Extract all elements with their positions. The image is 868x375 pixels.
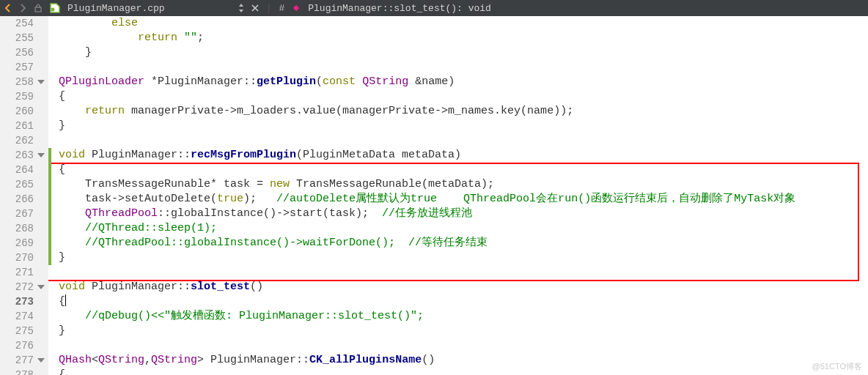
- gutter-line[interactable]: 258: [6, 75, 34, 89]
- code-line[interactable]: QThreadPool::globalInstance()->start(tas…: [59, 207, 868, 221]
- fold-marker-icon[interactable]: [37, 153, 45, 157]
- code-line[interactable]: //QThread::sleep(1);: [59, 221, 868, 236]
- fold-column[interactable]: [37, 16, 48, 375]
- gutter-line[interactable]: 262: [6, 133, 34, 148]
- code-line[interactable]: QHash<QString,QString> PluginManager::CK…: [59, 353, 868, 368]
- code-line[interactable]: void PluginManager::slot_test(): [59, 280, 868, 294]
- splitview-icon[interactable]: [238, 3, 244, 13]
- gutter-line[interactable]: 272: [6, 280, 34, 294]
- nav-back-icon[interactable]: [4, 4, 12, 12]
- watermark: @51CTO博客: [812, 361, 862, 372]
- gutter-line[interactable]: 273: [6, 294, 34, 309]
- code-line[interactable]: }: [59, 45, 868, 60]
- code-line[interactable]: {: [59, 89, 868, 104]
- gutter-line[interactable]: 278: [6, 368, 34, 375]
- lock-icon[interactable]: [34, 4, 43, 12]
- code-line[interactable]: return "";: [59, 31, 868, 45]
- code-line[interactable]: }: [59, 324, 868, 338]
- nav-forward-icon[interactable]: [19, 4, 26, 12]
- gutter-line[interactable]: 269: [6, 236, 34, 250]
- toolbar-breadcrumb[interactable]: PluginManager::slot_test(): void: [308, 3, 491, 14]
- breadcrumb-icon: [292, 4, 301, 12]
- toolbar-hash[interactable]: #: [279, 3, 284, 14]
- fold-marker-icon[interactable]: [37, 358, 45, 363]
- code-line[interactable]: task->setAutoDelete(true); //autoDelete属…: [59, 192, 868, 207]
- gutter-line[interactable]: 259: [6, 89, 34, 104]
- close-icon[interactable]: [251, 4, 259, 12]
- editor: 2542552562572582592602612622632642652662…: [0, 16, 868, 375]
- toolbar-filename[interactable]: PluginManager.cpp: [67, 3, 165, 14]
- gutter-line[interactable]: 265: [6, 177, 34, 192]
- code-line[interactable]: [59, 265, 868, 280]
- code-line[interactable]: return managerPrivate->m_loaders.value(m…: [59, 104, 868, 119]
- toolbar: PluginManager.cpp | # PluginManager::slo…: [0, 0, 868, 16]
- code-line[interactable]: TransMessageRunable* task = new TransMes…: [59, 177, 868, 192]
- code-line[interactable]: {: [59, 163, 868, 177]
- code-line[interactable]: }: [59, 119, 868, 133]
- gutter-line[interactable]: 274: [6, 309, 34, 324]
- svg-point-1: [51, 8, 55, 12]
- change-bar: [48, 148, 51, 265]
- code-line[interactable]: QPluginLoader *PluginManager::getPlugin(…: [59, 75, 868, 89]
- gutter-line[interactable]: 277: [6, 353, 34, 368]
- code-line[interactable]: //qDebug()<<"触发槽函数: PluginManager::slot_…: [59, 309, 868, 324]
- code-line[interactable]: [59, 338, 868, 353]
- code-line[interactable]: }: [59, 250, 868, 265]
- code-line[interactable]: {: [59, 368, 868, 375]
- gutter-line[interactable]: 263: [6, 148, 34, 163]
- text-cursor: [65, 294, 66, 306]
- gutter-line[interactable]: 264: [6, 163, 34, 177]
- svg-rect-2: [293, 5, 299, 11]
- code-area[interactable]: else return ""; }QPluginLoader *PluginMa…: [53, 16, 868, 375]
- gutter-line[interactable]: 275: [6, 324, 34, 338]
- gutter-line[interactable]: 260: [6, 104, 34, 119]
- gutter-line[interactable]: 257: [6, 60, 34, 75]
- code-line[interactable]: //QThreadPool::globalInstance()->waitFor…: [59, 236, 868, 250]
- change-bar-column: [48, 16, 53, 375]
- gutter-line[interactable]: 261: [6, 119, 34, 133]
- gutter-line[interactable]: 255: [6, 31, 34, 45]
- svg-rect-0: [35, 7, 41, 12]
- fold-marker-icon[interactable]: [37, 80, 45, 84]
- gutter-line[interactable]: 270: [6, 250, 34, 265]
- code-line[interactable]: [59, 133, 868, 148]
- gutter-line[interactable]: 268: [6, 221, 34, 236]
- cpp-file-icon: [50, 3, 60, 13]
- gutter-line[interactable]: 256: [6, 45, 34, 60]
- gutter[interactable]: 2542552562572582592602612622632642652662…: [0, 16, 37, 375]
- gutter-line[interactable]: 254: [6, 16, 34, 31]
- gutter-line[interactable]: 276: [6, 338, 34, 353]
- gutter-line[interactable]: 271: [6, 265, 34, 280]
- code-line[interactable]: [59, 60, 868, 75]
- gutter-line[interactable]: 267: [6, 207, 34, 221]
- fold-marker-icon[interactable]: [37, 285, 45, 289]
- code-line[interactable]: {: [59, 294, 868, 309]
- code-line[interactable]: void PluginManager::recMsgFromPlugin(Plu…: [59, 148, 868, 163]
- code-line[interactable]: else: [59, 16, 868, 31]
- gutter-line[interactable]: 266: [6, 192, 34, 207]
